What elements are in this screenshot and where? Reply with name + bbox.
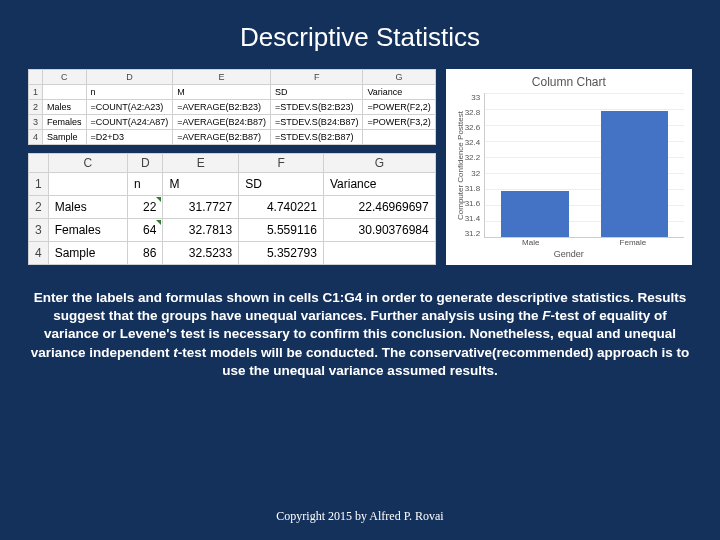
col-g: G — [363, 70, 435, 85]
cell: =POWER(F3,2) — [363, 115, 435, 130]
table-row: 4 Sample =D2+D3 =AVERAGE(B2:B87) =STDEV.… — [29, 130, 436, 145]
col-e: E — [163, 154, 239, 173]
row-num: 2 — [29, 196, 49, 219]
cell: Sample — [43, 130, 87, 145]
cell: 4.740221 — [239, 196, 324, 219]
ytick: 33 — [465, 93, 481, 102]
col-c: C — [43, 70, 87, 85]
row-num: 2 — [29, 100, 43, 115]
ytick: 31.6 — [465, 199, 481, 208]
slide-title: Descriptive Statistics — [160, 16, 560, 57]
cell: =STDEV.S(B24:B87) — [270, 115, 362, 130]
row-num: 4 — [29, 242, 49, 265]
cell: =POWER(F2,2) — [363, 100, 435, 115]
cell: =AVERAGE(B2:B23) — [173, 100, 271, 115]
col-d: D — [86, 70, 173, 85]
cell: 64 — [128, 219, 163, 242]
cell: Sample — [48, 242, 127, 265]
col-g: G — [323, 154, 435, 173]
values-table: C D E F G 1 n M SD Variance 2 Males — [28, 153, 436, 265]
header-row: C D E F G — [29, 154, 436, 173]
cell: Variance — [363, 85, 435, 100]
cell: =AVERAGE(B24:B87) — [173, 115, 271, 130]
formula-sheet: C D E F G 1 n M SD Variance 2 Males — [28, 69, 436, 145]
ytick: 31.8 — [465, 184, 481, 193]
cell: n — [86, 85, 173, 100]
corner-cell — [29, 154, 49, 173]
formula-table: C D E F G 1 n M SD Variance 2 Males — [28, 69, 436, 145]
cell: 31.7727 — [163, 196, 239, 219]
desc-part: -test models will be conducted. The cons… — [178, 345, 690, 378]
spreadsheets-column: C D E F G 1 n M SD Variance 2 Males — [28, 69, 436, 265]
row-num: 4 — [29, 130, 43, 145]
cell: =COUNT(A24:A87) — [86, 115, 173, 130]
ytick: 31.2 — [465, 229, 481, 238]
col-f: F — [239, 154, 324, 173]
cell: M — [163, 173, 239, 196]
chart-body: Computer Confidence Posttest 33 32.8 32.… — [454, 93, 684, 238]
cell: =STDEV.S(B2:B23) — [270, 100, 362, 115]
table-row: 3 Females 64 32.7813 5.559116 30.9037698… — [29, 219, 436, 242]
cell — [48, 173, 127, 196]
y-axis-label: Computer Confidence Posttest — [454, 93, 465, 238]
cell: 22.46969697 — [323, 196, 435, 219]
cell: Variance — [323, 173, 435, 196]
cell: 22 — [128, 196, 163, 219]
x-axis-ticks: Male Female — [480, 238, 684, 247]
cell: 32.5233 — [163, 242, 239, 265]
cell: Females — [48, 219, 127, 242]
ytick: 32.6 — [465, 123, 481, 132]
values-sheet: C D E F G 1 n M SD Variance 2 Males — [28, 153, 436, 265]
cell: SD — [270, 85, 362, 100]
table-row: 1 n M SD Variance — [29, 173, 436, 196]
row-num: 3 — [29, 115, 43, 130]
content-panels: C D E F G 1 n M SD Variance 2 Males — [28, 69, 692, 265]
cell: 5.559116 — [239, 219, 324, 242]
cell: M — [173, 85, 271, 100]
cell: Males — [43, 100, 87, 115]
table-row: 2 Males =COUNT(A2:A23) =AVERAGE(B2:B23) … — [29, 100, 436, 115]
cell: 30.90376984 — [323, 219, 435, 242]
plot-area — [484, 93, 684, 238]
col-c: C — [48, 154, 127, 173]
cell — [323, 242, 435, 265]
table-row: 3 Females =COUNT(A24:A87) =AVERAGE(B24:B… — [29, 115, 436, 130]
xtick: Male — [480, 238, 582, 247]
table-row: 2 Males 22 31.7727 4.740221 22.46969697 — [29, 196, 436, 219]
bar-male — [501, 191, 569, 237]
cell: =COUNT(A2:A23) — [86, 100, 173, 115]
xtick: Female — [582, 238, 684, 247]
cell — [363, 130, 435, 145]
row-num: 3 — [29, 219, 49, 242]
cell: Males — [48, 196, 127, 219]
corner-cell — [29, 70, 43, 85]
chart-title: Column Chart — [454, 75, 684, 89]
y-axis-ticks: 33 32.8 32.6 32.4 32.2 32 31.8 31.6 31.4… — [465, 93, 485, 238]
ytick: 32 — [465, 169, 481, 178]
table-row: 1 n M SD Variance — [29, 85, 436, 100]
header-row: C D E F G — [29, 70, 436, 85]
f-symbol: F — [542, 308, 550, 323]
ytick: 31.4 — [465, 214, 481, 223]
row-num: 1 — [29, 173, 49, 196]
cell: SD — [239, 173, 324, 196]
column-chart: Column Chart Computer Confidence Posttes… — [446, 69, 692, 265]
col-f: F — [270, 70, 362, 85]
cell: Females — [43, 115, 87, 130]
copyright-text: Copyright 2015 by Alfred P. Rovai — [0, 509, 720, 524]
description-text: Enter the labels and formulas shown in c… — [28, 289, 692, 380]
row-num: 1 — [29, 85, 43, 100]
x-axis-label: Gender — [454, 249, 684, 259]
cell: n — [128, 173, 163, 196]
col-d: D — [128, 154, 163, 173]
ytick: 32.8 — [465, 108, 481, 117]
bar-female — [601, 111, 669, 238]
cell: 5.352793 — [239, 242, 324, 265]
cell: =STDEV.S(B2:B87) — [270, 130, 362, 145]
cell: 86 — [128, 242, 163, 265]
cell: =D2+D3 — [86, 130, 173, 145]
ytick: 32.4 — [465, 138, 481, 147]
table-row: 4 Sample 86 32.5233 5.352793 — [29, 242, 436, 265]
cell: 32.7813 — [163, 219, 239, 242]
ytick: 32.2 — [465, 153, 481, 162]
